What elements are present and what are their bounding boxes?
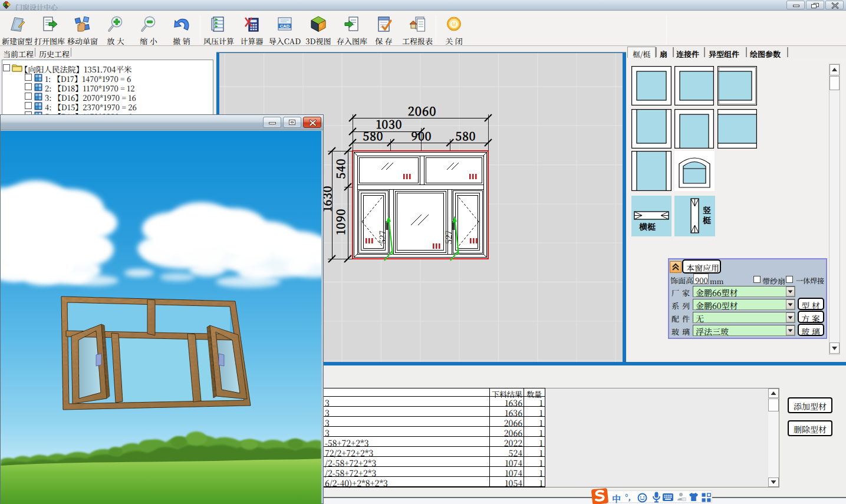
svg-text:527: 527 xyxy=(376,230,388,244)
svg-text:580: 580 xyxy=(363,127,384,143)
svg-text:580: 580 xyxy=(456,127,476,143)
svg-text:900: 900 xyxy=(412,127,432,143)
svg-text:540: 540 xyxy=(332,159,348,179)
svg-text:CAD: CAD xyxy=(280,24,290,29)
svg-text:1090: 1090 xyxy=(332,209,348,235)
svg-text:527: 527 xyxy=(442,230,454,244)
svg-text:2060: 2060 xyxy=(408,102,437,119)
svg-text:18: 18 xyxy=(682,498,686,501)
